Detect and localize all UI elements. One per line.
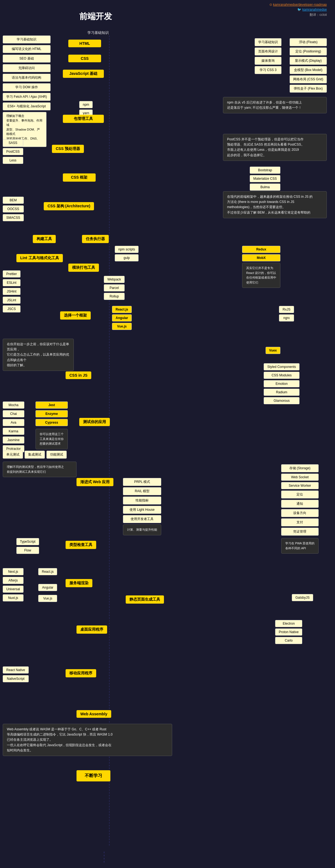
translator: 翻译：ccloii [310,13,327,17]
choose-framework-box: 选择一个框架 [60,311,91,319]
device-orientation-item: 设备方向 [281,509,318,517]
rxjs-ngrx: RxJS ngrx [279,306,294,321]
sass-item: SASS [3,139,23,146]
css-framework-box: CSS 框架 [63,174,96,182]
ssr-box: 服务端渲染 [66,579,92,587]
npm-yarn-group: npm yarn [79,101,93,117]
storage-item: 存储 (Storage) [281,464,318,472]
enzyme-item: Enzyme [35,410,68,417]
oocss-item: OOCSS [3,206,24,213]
electron-item: Electron [275,620,302,627]
css-pre-items: SASS PostCSS Less [3,139,23,164]
test-app-box: 测试你的应用 [79,418,110,426]
reactjs-item: React.js [112,306,132,313]
wasm-box: Web Assembly [77,710,111,718]
static-gen-box: 静态页面生成工具 [126,595,164,603]
test-tools-left: Mocha Chai Ava Karma Jasmine Protractor [3,402,24,452]
mobile-apps-box: 移动应用程序 [66,669,96,677]
css-arch-items: BEM OOCSS SMACSS [3,197,24,221]
npm-item: npm [79,101,93,108]
css-box: CSS [68,55,101,62]
karma-item: Karma [3,428,24,435]
bundler-items: Webpack Parcel Rollup [104,276,125,300]
rxjs-item: RxJS [279,306,294,313]
rail-item: RAIL 模型 [123,487,161,495]
pwa-box: 渐进式 Web 应用 [77,478,113,486]
redux-item: Redux [242,246,280,253]
header: ⊙ kamranahmedse/developer-roadmap 🐦 kamr… [269,3,327,17]
test-tools-mid: Jest Enzyme Cypress 你可以使用这三个 工具来满足任何你 想要… [35,402,68,449]
desktop-apps-box: 桌面应用程序 [77,625,107,634]
pwa-api-items: 存储 (Storage) Web Socket Service Worker 定… [281,464,318,554]
universal-item: Universal [3,586,24,593]
materialize-item: Materialize CSS [250,175,280,182]
github-link[interactable]: kamranahmedse/developer-roadmap [273,3,327,6]
lint-items: Prettier ESLint JSHint JSLint JSCS [3,270,21,312]
vuejs-item: Vue.js [112,323,132,330]
type-items: TypeScript Flow [17,538,39,554]
pwa-perf-items: PRPL 模式 RAIL 模型 性能指标 使用 Light House 使用开发… [123,478,161,535]
jasmine-item: Jasmine [3,436,24,443]
css-preprocessor-box: CSS 预处理器 [52,145,84,153]
flex-box: 弹性盒子 (Flex Box) [290,85,327,93]
bem-item: BEM [3,197,24,204]
functional-test-item: 功能测试 [47,451,67,459]
ssr-items-left: Next.js Afterjs Universal Nuxt.js [3,568,24,601]
a11y-item: 无障碍访问 [3,64,51,72]
fetch-item: 学习 Fetch API / Ajax (XHR) [3,93,51,101]
cypress-item: Cypress [35,419,68,426]
payments-item: 支付 [281,518,318,526]
gatsbyjs-item: GatsbyJS [292,594,313,601]
parcel-item: Parcel [104,284,125,291]
location-item: 定位 [281,491,318,498]
display: 显示模式 (Display) [290,57,327,65]
perf-metrics-item: 性能指标 [123,497,161,504]
js-box: JavaScript 基础 [63,70,104,78]
prettier-item: Prettier [3,270,21,278]
pwa-api-note: 学习在 PWA 里使用的 各种不同的 API [281,538,318,554]
perf-note: 计算、测量与提升性能 [123,524,161,535]
carlo-item: Carlo [275,637,302,644]
module-bundler-box: 模块打包工具 [68,264,99,272]
floats: 浮动 (Floats) [290,38,327,46]
css-grid: 网格布局 (CSS Grid) [290,75,327,83]
nuxtjs-item: Nuxt.js [3,594,24,601]
less-item: Less [3,157,23,164]
npm-scripts-item: npm scripts [115,246,139,253]
styled-components-item: Styled Components [264,363,300,370]
mocha-item: Mocha [3,402,24,409]
afterjs-item: Afterjs [3,577,24,584]
twitter-link[interactable]: kamranahmedse [303,8,327,11]
state-mgmt-items: Redux MobX 其实它们并不是专为 React 设计的，你可以 在任何框架… [242,246,280,288]
bootstrap-item: Bootstrap [250,166,280,174]
type-checker-box: 类型检查工具 [66,541,96,549]
chai-item: Chai [3,410,24,417]
learn-basics-item: 学习基础知识 [3,35,51,43]
semantic-html-item: 编写语义化的 HTML [3,45,51,53]
learn-css3: 学习 CSS 3 [255,66,281,74]
prpl-item: PRPL 模式 [123,478,161,486]
npm-note: npm 自从 v5 后已经改进了许多，但是在一些功能上 还是落后于 yarn; … [223,97,327,113]
react-native-item: React Native [3,666,29,674]
test-types-note: 理解不同的测试类型，然后学习如何使用之 前提到的测试工具来实现它们 [3,462,77,477]
state-note: 其实它们并不是专为 React 设计的，你可以 在任何框架或者应用中 使用它们 [242,263,280,288]
webpack-item: Webpack [104,276,125,283]
test-note: 你可以使用这三个 工具来满足任何你 想要的测试需求 [35,429,68,449]
page-layout: 页面布局设计 [255,48,281,56]
jscs-item: JSCS [3,305,21,312]
unit-test-item: 单元测试 [3,451,23,459]
flow-item: Flow [17,547,39,554]
build-tools-box: 构建工具 [33,235,56,243]
nativescript-item: NativeScript [3,675,29,682]
notifications-item: 通知 [281,500,318,508]
jest-item: Jest [35,402,68,409]
typescript-item: TypeScript [17,538,39,545]
box-model: 盒模型 (Box Model) [290,66,327,74]
proton-native-item: Proton Native [275,628,302,636]
rollup-item: Rollup [104,293,125,300]
eslint-item: ESLint [3,279,21,286]
ngrx-item: ngrx [279,314,294,321]
integration-test-item: 集成测试 [25,451,45,459]
web-socket-item: Web Socket [281,474,318,481]
smacss-item: SMACSS [3,214,24,221]
